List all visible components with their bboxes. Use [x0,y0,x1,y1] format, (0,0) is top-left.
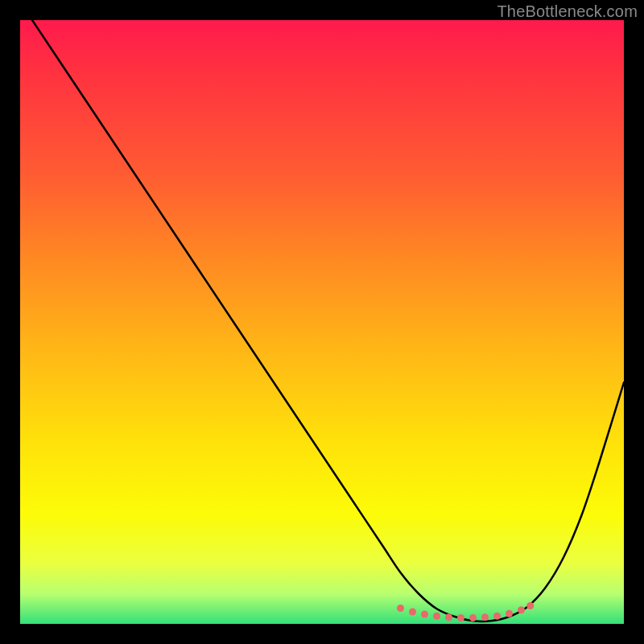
highlight-dot [493,613,501,620]
highlight-dot [526,602,534,609]
curve-overlay [20,20,624,624]
highlight-dot [445,613,452,621]
highlight-dot [421,611,428,618]
highlight-dot [506,610,513,617]
highlight-dot [397,605,404,612]
highlight-dot [457,614,464,621]
highlight-dot [518,606,525,613]
highlight-dot [469,614,477,621]
bottleneck-curve [20,20,624,621]
chart-frame [20,20,624,624]
highlight-dot [481,613,489,621]
highlight-dot [409,609,416,616]
highlight-dot [433,613,440,620]
watermark-text: TheBottleneck.com [497,2,638,21]
